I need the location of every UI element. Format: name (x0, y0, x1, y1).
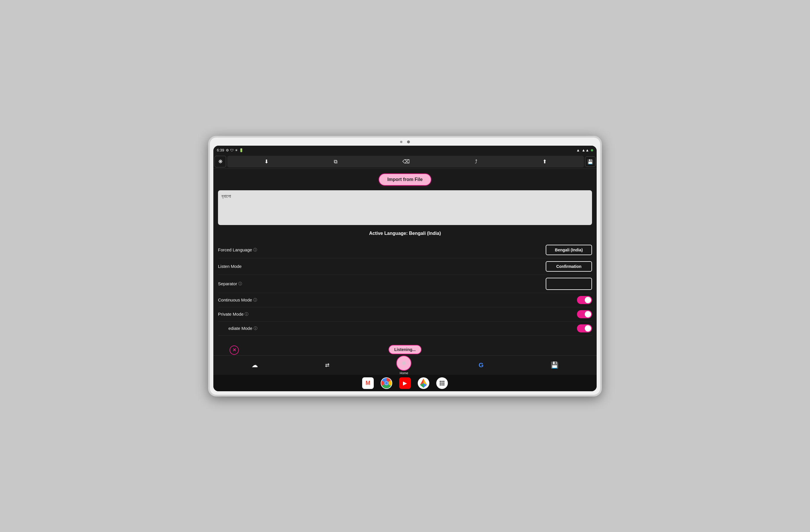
home-label: Home (400, 371, 408, 375)
listen-mode-btn[interactable]: Confirmation (546, 261, 592, 272)
dock-photos[interactable] (418, 377, 429, 389)
status-icons: ⚙ 🛡 ☀ 🔋 (226, 148, 243, 152)
svg-point-3 (385, 382, 388, 385)
continuous-mode-knob (585, 297, 591, 303)
svg-point-5 (441, 381, 443, 382)
immediate-mode-info-icon[interactable]: ⓘ (254, 326, 257, 331)
app-icon[interactable]: ❋ (214, 156, 226, 167)
nav-save[interactable]: 💾 (551, 361, 558, 369)
separator-label: Separator ⓘ (218, 281, 242, 286)
listening-badge: Listening... (389, 345, 421, 354)
svg-point-7 (440, 382, 441, 384)
dock-app-grid[interactable] (436, 377, 448, 389)
private-mode-toggle[interactable] (577, 310, 592, 318)
nav-home[interactable]: ❋ Home (396, 356, 411, 375)
listen-mode-row: Listen Mode Confirmation (218, 258, 592, 275)
listen-mode-label: Listen Mode (218, 264, 242, 269)
import-from-file-button[interactable]: Import from File (379, 174, 431, 186)
download-btn[interactable]: ⬇ (262, 157, 271, 166)
google-icon: G (479, 361, 484, 369)
separator-text: Separator (218, 281, 237, 286)
nav-translate[interactable]: ⇄ (325, 362, 329, 368)
continuous-mode-info-icon[interactable]: ⓘ (253, 297, 257, 303)
bottom-nav: ☁ ⇄ ❋ Home G 💾 (213, 355, 597, 375)
youtube-icon: ▶ (403, 380, 407, 386)
private-mode-row: Private Mode ⓘ (218, 307, 592, 321)
forced-language-row: Forced Language ⓘ Bengali (India) (218, 242, 592, 258)
svg-point-12 (443, 384, 445, 385)
continuous-mode-row: Continuous Mode ⓘ (218, 293, 592, 307)
nav-google[interactable]: G (479, 361, 484, 369)
photos-icon (418, 377, 429, 389)
app-icon-symbol: ❋ (218, 158, 223, 165)
battery-dot (591, 149, 593, 151)
import-btn-container: Import from File (218, 174, 592, 186)
top-toolbar: ❋ ⬇ ⧉ ⌫ ⤴ ⬆ 💾 (213, 155, 597, 169)
save-nav-icon: 💾 (551, 361, 558, 369)
active-language-label: Active Language: Bengali (India) (218, 231, 592, 236)
close-icon: ✕ (232, 347, 236, 353)
main-content: Import from File হ্যালো Active Language:… (213, 169, 597, 355)
svg-point-11 (441, 384, 443, 385)
immediate-mode-text: ediate Mode (228, 326, 253, 331)
status-time: 6:39 (217, 148, 224, 152)
camera-led (400, 141, 402, 143)
separator-btn[interactable] (546, 278, 592, 290)
home-icon: ❋ (402, 360, 406, 367)
continuous-mode-toggle[interactable] (577, 296, 592, 304)
signal-icon: ▲▲ (582, 148, 589, 152)
svg-point-4 (440, 381, 441, 382)
private-mode-text: Private Mode (218, 312, 243, 317)
dock-gmail[interactable]: M (362, 377, 374, 389)
wifi-icon: ▲ (576, 148, 580, 152)
toolbar-actions: ⬇ ⧉ ⌫ ⤴ ⬆ (227, 156, 584, 167)
share-btn[interactable]: ⤴ (472, 158, 480, 166)
dock-chrome[interactable] (381, 377, 392, 389)
continuous-mode-text: Continuous Mode (218, 297, 252, 302)
text-area[interactable]: হ্যালো (218, 190, 592, 225)
gmail-icon: M (366, 380, 371, 386)
forced-language-text: Forced Language (218, 247, 252, 252)
tablet-frame: 6:39 ⚙ 🛡 ☀ 🔋 ▲ ▲▲ ❋ ⬇ ⧉ ⌫ (208, 136, 602, 397)
save-icon: 💾 (587, 159, 593, 164)
cloud-icon: ☁ (252, 361, 258, 369)
camera-lens (407, 141, 410, 143)
status-left: 6:39 ⚙ 🛡 ☀ 🔋 (217, 148, 243, 152)
nav-cloud[interactable]: ☁ (252, 361, 258, 369)
forced-language-btn[interactable]: Bengali (India) (546, 245, 592, 255)
forced-language-label: Forced Language ⓘ (218, 247, 257, 253)
immediate-mode-knob (585, 325, 591, 332)
battery-small-icon: 🔋 (239, 148, 243, 152)
tablet-screen: 6:39 ⚙ 🛡 ☀ 🔋 ▲ ▲▲ ❋ ⬇ ⧉ ⌫ (213, 146, 597, 391)
copy-btn[interactable]: ⧉ (331, 158, 340, 166)
separator-info-icon[interactable]: ⓘ (238, 281, 242, 286)
close-overlay-btn[interactable]: ✕ (230, 345, 239, 355)
grid-icon (439, 380, 446, 387)
private-mode-label: Private Mode ⓘ (218, 312, 248, 317)
app-dock: M ▶ (213, 375, 597, 391)
private-mode-info-icon[interactable]: ⓘ (245, 312, 248, 317)
forced-language-info-icon[interactable]: ⓘ (253, 247, 257, 253)
svg-point-8 (441, 382, 443, 384)
dock-youtube[interactable]: ▶ (399, 377, 411, 389)
translate-icon: ⇄ (325, 362, 329, 368)
camera-area (400, 141, 410, 143)
separator-row: Separator ⓘ (218, 275, 592, 293)
status-right: ▲ ▲▲ (576, 148, 593, 152)
continuous-mode-label: Continuous Mode ⓘ (218, 297, 257, 303)
clean-btn[interactable]: ⌫ (400, 157, 412, 166)
svg-point-9 (443, 382, 445, 384)
immediate-mode-label: ediate Mode ⓘ (228, 326, 257, 331)
settings-icon: ⚙ (226, 148, 229, 152)
status-bar: 6:39 ⚙ 🛡 ☀ 🔋 ▲ ▲▲ (213, 146, 597, 155)
svg-point-10 (440, 384, 441, 385)
upload-btn[interactable]: ⬆ (540, 157, 549, 166)
save-btn[interactable]: 💾 (585, 156, 596, 167)
immediate-mode-row: ediate Mode ⓘ (218, 321, 592, 336)
shield-icon: 🛡 (230, 148, 233, 152)
home-circle: ❋ (396, 356, 411, 371)
private-mode-knob (585, 311, 591, 318)
text-content: হ্যালো (222, 194, 231, 199)
immediate-mode-toggle[interactable] (577, 324, 592, 333)
svg-point-6 (443, 381, 445, 382)
